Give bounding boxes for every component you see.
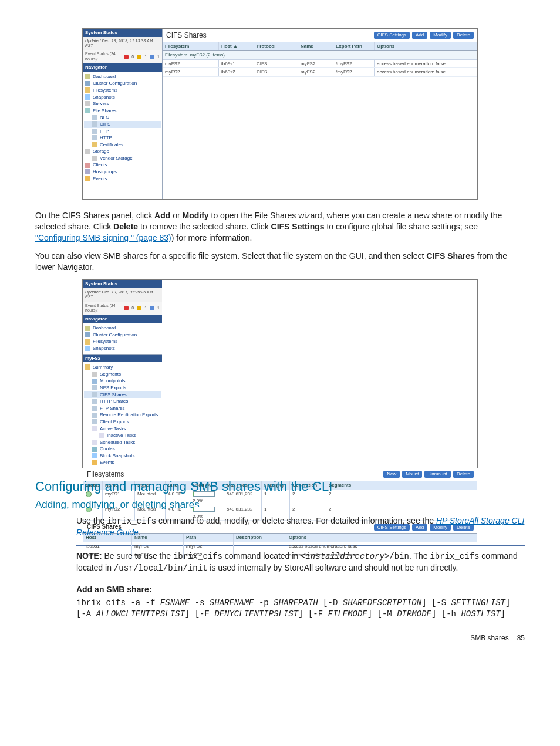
nav-http[interactable]: HTTP [84, 134, 161, 141]
subnav-segments[interactable]: Segments [84, 371, 161, 378]
nav-nfs[interactable]: NFS [84, 114, 161, 121]
subnav-scheduled-tasks[interactable]: Scheduled Tasks [84, 439, 161, 446]
nav-cluster-config[interactable]: Cluster Configuration [84, 80, 161, 87]
subnav-inactive-tasks[interactable]: Inactive Tasks [84, 432, 161, 439]
subnav-active-tasks[interactable]: Active Tasks [84, 426, 161, 433]
nav-vendor-storage[interactable]: Vendor Storage [84, 155, 161, 162]
navigator-title: Navigator [83, 315, 162, 323]
nav-cluster-config[interactable]: Cluster Configuration [84, 332, 161, 339]
nav-certificates[interactable]: Certificates [84, 141, 161, 148]
subnav-summary[interactable]: Summary [84, 364, 161, 371]
subnav-mountpoints[interactable]: Mountpoints [84, 377, 161, 384]
event-status-label: Event Status (24 hours): [85, 303, 124, 313]
nav-ftp[interactable]: FTP [84, 128, 161, 135]
system-status-title: System Status [83, 280, 162, 288]
nav-snapshots[interactable]: Snapshots [84, 345, 161, 352]
unmount-button[interactable]: Unmount [424, 471, 450, 478]
add-smb-share-heading: Add an SMB share: [76, 584, 525, 595]
subnav-http-shares[interactable]: HTTP Shares [84, 398, 161, 405]
subnav-events[interactable]: Events [84, 459, 161, 466]
subnav-cifs-shares[interactable]: CIFS Shares [84, 391, 161, 399]
body-paragraph: You can also view SMB shares for a speci… [35, 251, 525, 273]
subnav-nfs-exports[interactable]: NFS Exports [84, 384, 161, 391]
updated-timestamp: Updated Dec. 19, 2011, 31:25:25 AM PST [83, 288, 162, 302]
table-row[interactable]: myFS2ib69s2CIFSmyFS2/myFS2access based e… [163, 68, 477, 77]
cifs-settings-button[interactable]: CIFS Settings [374, 32, 410, 39]
cifs-sub-grid-header: HostNamePathDescriptionOptions [83, 534, 477, 542]
body-paragraph: On the CIFS Shares panel, click Add or M… [35, 210, 525, 244]
system-status-title: System Status [83, 29, 162, 37]
mount-button[interactable]: Mount [402, 471, 422, 478]
subnav-block-snapshots[interactable]: Block Snapshots [84, 453, 161, 460]
event-status-icons: 0 1 1 [124, 55, 160, 59]
panel-title-cifs: CIFS Shares [166, 31, 207, 39]
subnav-quotas[interactable]: Quotas [84, 445, 161, 453]
nav-storage[interactable]: Storage [84, 148, 161, 155]
event-status-label: Event Status (24 hours): [85, 52, 124, 62]
subnav-ftp-shares[interactable]: FTP Shares [84, 405, 161, 412]
nav-filesystems[interactable]: Filesystems [84, 338, 161, 345]
note-paragraph: NOTE: Be sure to use the ibrix_cifs comm… [76, 551, 525, 574]
navigator-title: Navigator [83, 63, 162, 72]
cifs-shares-screenshot: System Status Updated Dec. 19, 2013, 11:… [82, 28, 478, 200]
nav-cifs[interactable]: CIFS [84, 121, 161, 128]
nav-file-shares[interactable]: File Shares [84, 107, 161, 114]
nav-dashboard[interactable]: Dashboard [84, 325, 161, 332]
add-button[interactable]: Add [412, 32, 427, 39]
subnav-remote-replication[interactable]: Remote Replication Exports [84, 411, 161, 418]
subnav-client-exports[interactable]: Client Exports [84, 418, 161, 426]
nav-hostgroups[interactable]: Hostgroups [84, 168, 161, 175]
config-smb-signing-link[interactable]: "Configuring SMB signing " (page 83) [35, 233, 171, 242]
table-row[interactable]: ib69s1myFS2/myFS2access based enumeratio… [83, 542, 477, 551]
updated-timestamp: Updated Dec. 19, 2013, 11:13:33 AM PST [83, 37, 162, 50]
code-block: ibrix_cifs -a -f FSNAME -s SHARENAME -p … [76, 598, 525, 620]
page-footer: SMB shares85 [35, 634, 525, 642]
nav-servers[interactable]: Servers [84, 100, 161, 107]
nav-dashboard[interactable]: Dashboard [84, 73, 161, 80]
navigator-tree: Dashboard Cluster Configuration Filesyst… [83, 72, 162, 199]
delete-button[interactable]: Delete [453, 471, 474, 478]
nav-filesystems[interactable]: Filesystems [84, 87, 161, 94]
delete-button[interactable]: Delete [453, 32, 474, 39]
modify-button[interactable]: Modify [430, 32, 451, 39]
new-button[interactable]: New [383, 471, 400, 478]
filesystems-screenshot: System Status Updated Dec. 19, 2011, 31:… [82, 279, 478, 468]
table-row[interactable]: myFS2ib69s1CIFSmyFS2/myFS2access based e… [163, 60, 477, 69]
nav-events[interactable]: Events [84, 175, 161, 183]
cifs-group-row[interactable]: Filesystem: myFS2 (2 Items) [163, 51, 477, 60]
nav-clients[interactable]: Clients [84, 161, 161, 168]
cifs-grid-header: Filesystem Host ▲ Protocol Name Export P… [163, 42, 477, 51]
filesystems-panel-title: Filesystems [87, 470, 124, 478]
event-status-icons: 0 1 1 [124, 306, 160, 310]
nav-snapshots[interactable]: Snapshots [84, 94, 161, 101]
fs-subnav-title: myFS2 [83, 354, 162, 363]
